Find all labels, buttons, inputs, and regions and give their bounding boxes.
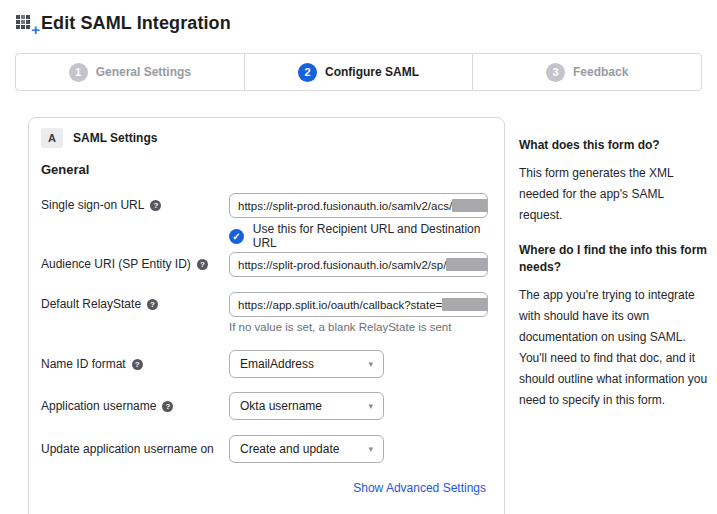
saml-settings-card: A SAML Settings General Single sign-on U… <box>28 117 505 514</box>
general-group-heading: General <box>41 162 89 177</box>
help-heading: Where do I find the info this form needs… <box>519 242 709 276</box>
wizard-steps-bar: 1 General Settings 2 Configure SAML 3 Fe… <box>15 53 702 91</box>
section-title: SAML Settings <box>73 131 157 145</box>
default-relaystate-value: https://app.split.io/oauth/callback?stat… <box>238 299 442 311</box>
chevron-down-icon: ▾ <box>368 401 373 411</box>
help-body: This form generates the XML needed for t… <box>519 163 709 226</box>
step-1-number: 1 <box>69 63 88 82</box>
application-username-help-icon[interactable]: ? <box>162 401 173 412</box>
redacted-value <box>446 258 488 271</box>
step-feedback[interactable]: 3 Feedback <box>472 54 701 90</box>
audience-uri-help-icon[interactable]: ? <box>197 259 208 270</box>
step-1-label: General Settings <box>96 65 191 79</box>
audience-uri-label: Audience URI (SP Entity ID) ? <box>41 257 208 271</box>
default-relaystate-help-icon[interactable]: ? <box>147 299 158 310</box>
step-2-number: 2 <box>298 63 317 82</box>
chevron-down-icon: ▾ <box>368 444 373 454</box>
update-app-username-value: Create and update <box>240 442 339 456</box>
step-3-label: Feedback <box>573 65 628 79</box>
default-relaystate-label: Default RelayState ? <box>41 297 158 311</box>
sso-url-input[interactable]: https://split-prod.fusionauth.io/samlv2/… <box>229 193 488 218</box>
name-id-format-label: Name ID format ? <box>41 357 143 371</box>
page-title: Edit SAML Integration <box>41 13 231 34</box>
application-username-label: Application username ? <box>41 399 173 413</box>
section-a-badge: A <box>41 128 63 148</box>
update-app-username-label: Update application username on <box>41 442 214 456</box>
name-id-format-help-icon[interactable]: ? <box>132 359 143 370</box>
page-header: + Edit SAML Integration <box>16 12 231 34</box>
sso-url-help-icon[interactable]: ? <box>150 200 161 211</box>
step-2-label: Configure SAML <box>325 65 419 79</box>
chevron-down-icon: ▾ <box>368 359 373 369</box>
sso-url-label: Single sign-on URL ? <box>41 198 161 212</box>
recipient-checkbox[interactable]: ✓ <box>229 229 244 244</box>
step-general-settings[interactable]: 1 General Settings <box>16 54 244 90</box>
name-id-format-value: EmailAddress <box>240 357 314 371</box>
relaystate-hint: If no value is set, a blank RelayState i… <box>229 321 451 333</box>
update-app-username-select[interactable]: Create and update ▾ <box>229 435 384 463</box>
sso-url-value: https://split-prod.fusionauth.io/samlv2/… <box>238 200 452 212</box>
step-3-number: 3 <box>546 63 565 82</box>
name-id-format-select[interactable]: EmailAddress ▾ <box>229 350 384 378</box>
recipient-checkbox-row: ✓ Use this for Recipient URL and Destina… <box>229 222 504 250</box>
audience-uri-value: https://split-prod.fusionauth.io/samlv2/… <box>238 259 446 271</box>
edit-saml-integration-page: + Edit SAML Integration 1 General Settin… <box>0 0 717 514</box>
section-header: A SAML Settings <box>41 128 157 148</box>
audience-uri-input[interactable]: https://split-prod.fusionauth.io/samlv2/… <box>229 252 488 277</box>
show-advanced-settings-link[interactable]: Show Advanced Settings <box>353 481 486 495</box>
recipient-checkbox-label: Use this for Recipient URL and Destinati… <box>253 222 504 250</box>
step-configure-saml[interactable]: 2 Configure SAML <box>244 54 473 90</box>
redacted-value <box>442 298 488 311</box>
application-username-value: Okta username <box>240 399 322 413</box>
help-body: The app you're trying to integrate with … <box>519 285 709 411</box>
help-panel: What does this form do? This form genera… <box>519 137 709 427</box>
help-heading: What does this form do? <box>519 137 709 154</box>
default-relaystate-input[interactable]: https://app.split.io/oauth/callback?stat… <box>229 292 488 317</box>
app-grid-plus-icon: + <box>16 12 38 34</box>
application-username-select[interactable]: Okta username ▾ <box>229 392 384 420</box>
redacted-value <box>452 199 488 212</box>
